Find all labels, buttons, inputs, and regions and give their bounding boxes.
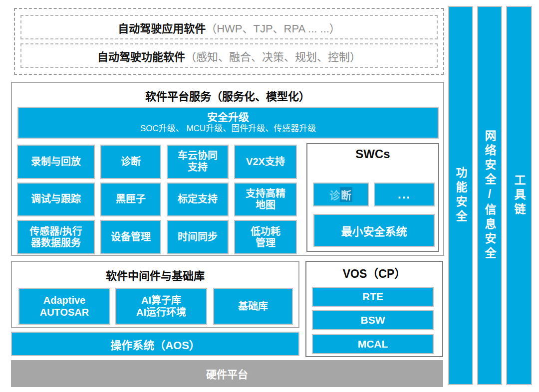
software-platform-services-box: 软件平台服务（服务化、模型化） 安全升级 SOC升级、 MCU升级、固件升级、传… — [11, 82, 444, 256]
platform-cell-v2x: V2X支持 — [234, 145, 297, 179]
platform-cell-time-sync: 时间同步 — [167, 220, 229, 254]
pillar-functional-safety: 功能安全 — [448, 6, 473, 385]
vos-layer-rte: RTE — [312, 287, 434, 307]
middleware-adaptive-autosar: Adaptive AUTOSAR — [18, 288, 110, 325]
hardware-platform-bar: 硬件平台 — [11, 360, 443, 387]
swcs-title: SWCs — [307, 147, 438, 161]
vos-layer-mcal: MCAL — [312, 334, 434, 354]
swcs-diagnosis-char2: 断 — [340, 187, 352, 202]
middleware-box: 软件中间件与基础库 Adaptive AUTOSAR AI算子库 AI运行环境 … — [11, 261, 299, 328]
security-upgrade-title: 安全升级 — [207, 111, 249, 123]
pillar-toolchain-label: 工具链 — [511, 174, 528, 217]
vos-cp-panel: VOS（CP） RTE BSW MCAL — [305, 261, 443, 357]
vos-cp-title: VOS（CP） — [306, 264, 442, 281]
swcs-min-safety-box: 最小安全系统 — [313, 214, 435, 247]
swcs-ellipsis-box: ... — [374, 183, 435, 206]
ad-function-software-detail: （感知、融合、决策、规划、控制） — [185, 48, 361, 64]
platform-services-grid: 录制与回放 诊断 车云协同 支持 V2X支持 调试与跟踪 黑匣子 标定支持 支持… — [17, 145, 305, 254]
middleware-title: 软件中间件与基础库 — [12, 267, 298, 283]
platform-cell-cloud-coop: 车云协同 支持 — [167, 145, 229, 179]
platform-cell-blackbox: 黑匣子 — [100, 183, 161, 217]
middleware-base-lib: 基础库 — [213, 288, 293, 325]
swcs-panel: SWCs 诊 断 ... 最小安全系统 — [306, 143, 439, 252]
security-upgrade-banner: 安全升级 SOC升级、 MCU升级、固件升级、传感器升级 — [17, 107, 439, 139]
swcs-diagnosis-box: 诊 断 — [313, 183, 369, 206]
platform-services-title: 软件平台服务（服务化、模型化） — [12, 87, 443, 103]
pillar-network-information-security-label: 网络安全/信息安全 — [481, 130, 498, 261]
platform-cell-low-power: 低功耗 管理 — [234, 220, 297, 254]
ad-function-software-title: 自动驾驶功能软件 — [97, 48, 185, 64]
platform-cell-hd-map: 支持高精 地图 — [234, 183, 297, 217]
platform-cell-sensor-data: 传感器/执行 器数据服务 — [17, 220, 95, 254]
pillar-functional-safety-label: 功能安全 — [452, 167, 469, 224]
swcs-diagnosis-char1: 诊 — [329, 187, 340, 202]
operating-system-aos-bar: 操作系统（AOS） — [11, 332, 299, 356]
security-upgrade-subtitle: SOC升级、 MCU升级、固件升级、传感器升级 — [140, 123, 316, 134]
pillar-network-information-security: 网络安全/信息安全 — [477, 6, 502, 385]
autonomous-driving-software-group: 自动驾驶应用软件 （HWP、TJP、RPA ... ...） 自动驾驶功能软件 … — [14, 8, 444, 75]
platform-cell-device-mgmt: 设备管理 — [100, 220, 161, 254]
vos-layer-bsw: BSW — [312, 310, 434, 330]
platform-cell-debug-trace: 调试与跟踪 — [17, 183, 95, 217]
pillar-toolchain: 工具链 — [506, 6, 532, 385]
architecture-diagram: 自动驾驶应用软件 （HWP、TJP、RPA ... ...） 自动驾驶功能软件 … — [0, 0, 539, 392]
ad-function-software-box: 自动驾驶功能软件 （感知、融合、决策、规划、控制） — [20, 43, 438, 68]
ad-application-software-detail: （HWP、TJP、RPA ... ...） — [206, 19, 340, 35]
ad-application-software-title: 自动驾驶应用软件 — [118, 19, 206, 35]
platform-cell-diagnosis: 诊断 — [100, 145, 161, 179]
platform-cell-calibration: 标定支持 — [167, 183, 229, 217]
ad-application-software-box: 自动驾驶应用软件 （HWP、TJP、RPA ... ...） — [20, 15, 438, 39]
platform-cell-record-replay: 录制与回放 — [17, 145, 95, 179]
middleware-ai-libs: AI算子库 AI运行环境 — [115, 288, 207, 325]
